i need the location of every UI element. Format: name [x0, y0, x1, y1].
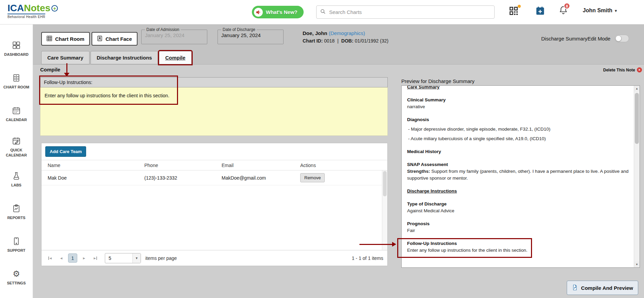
first-page-button[interactable]: ◂: [46, 254, 54, 263]
column-header-actions: Actions: [294, 163, 387, 168]
page-number-button[interactable]: 1: [68, 253, 77, 263]
sidebar-item-dashboard[interactable]: DASHBOARD: [0, 33, 33, 65]
add-care-team-button[interactable]: Add Care Team: [45, 146, 86, 157]
care-team-table-body: Mak Doe (123)-133-2332 MakDoe@gmail.com …: [42, 170, 387, 250]
chart-face-icon: [97, 36, 102, 42]
dashboard-icon: [12, 41, 21, 50]
icanotes-logo[interactable]: ICANotes + Behavioral Health EHR: [7, 3, 58, 19]
notification-count-badge: 8: [564, 3, 570, 9]
preview-care-summary-heading: Care Summary: [407, 86, 439, 89]
sidebar-label: LABS: [10, 183, 22, 187]
logo-text-ica: ICA: [7, 3, 24, 13]
date-of-discharge-label: Date of Discharge: [221, 27, 257, 32]
patient-info: Doe, John (Demographics) Chart ID: 0018 …: [303, 30, 388, 44]
tab-care-summary[interactable]: Care Summary: [41, 51, 90, 64]
whats-new-button[interactable]: What's New?: [252, 6, 304, 18]
toggle-knob: [615, 35, 622, 42]
date-of-discharge-field: Date of Discharge January 25, 2024: [218, 27, 284, 44]
chart-room-button-label: Chart Room: [55, 36, 84, 42]
preview-followup-heading: Follow-Up Instructions: [407, 240, 629, 247]
sidebar-item-support[interactable]: SUPPORT: [0, 229, 33, 261]
strengths-label: Strengths:: [407, 169, 430, 174]
logo-plus-icon: +: [51, 5, 58, 12]
chart-face-button-label: Chart Face: [106, 36, 132, 42]
preview-scrollbar[interactable]: ▲ ▼: [634, 86, 640, 267]
chevron-down-icon: ▾: [615, 8, 617, 13]
preview-content: Care Summary Clinical Summary narrative …: [402, 86, 634, 267]
edit-mode-toggle[interactable]: [615, 35, 629, 42]
notifications-bell-icon[interactable]: 8: [559, 5, 568, 16]
calendar-plus-icon[interactable]: [535, 6, 545, 17]
preview-strengths-text: Strengths: Support from my family (paren…: [407, 168, 629, 182]
sidebar-item-calendar[interactable]: CALENDAR: [0, 98, 33, 131]
qr-code-icon[interactable]: [508, 5, 520, 18]
preview-title: Preview for Discharge Summary: [401, 78, 474, 84]
demographics-link[interactable]: (Demographics): [329, 30, 365, 36]
preview-prognosis-heading: Prognosis: [407, 220, 629, 227]
preview-followup-text: Enter any follow up instructions for the…: [407, 247, 629, 254]
compile-and-preview-button[interactable]: Compile And Preview: [567, 281, 638, 295]
note-title: Discharge Summary: [541, 36, 587, 42]
table-scrollbar[interactable]: [382, 170, 387, 250]
preview-clinical-summary-text: narrative: [407, 103, 629, 110]
care-team-card: Add Care Team Name Phone Email Actions M…: [41, 143, 388, 266]
pager-range-label: 1 - 1 of 1 items: [352, 255, 383, 261]
search-charts-input[interactable]: [329, 9, 491, 15]
dob-label: DOB:: [341, 38, 354, 44]
app-header: ICANotes + Behavioral Health EHR What's …: [0, 0, 644, 24]
sidebar-item-settings[interactable]: ⚙ SETTINGS: [0, 261, 33, 294]
gear-icon: ⚙: [13, 269, 20, 278]
table-scrollbar-thumb[interactable]: [383, 171, 387, 196]
preview-diagnosis-item: - Acute miliary tuberculosis of a single…: [407, 135, 629, 142]
preview-scrollbar-thumb[interactable]: [635, 93, 639, 144]
delete-this-note-button[interactable]: Delete This Note ×: [603, 67, 642, 72]
icanotes-app: ICANotes + Behavioral Health EHR What's …: [0, 0, 644, 298]
edit-mode-control: Discharge SummaryEdit Mode: [541, 35, 629, 42]
column-header-email: Email: [215, 163, 294, 168]
page-size-value: 5: [109, 255, 111, 261]
scroll-down-arrow[interactable]: ▼: [634, 262, 640, 267]
delete-this-note-label: Delete This Note: [603, 68, 635, 72]
compile-and-preview-label: Compile And Preview: [581, 285, 633, 291]
tab-compile[interactable]: Compile: [159, 51, 191, 64]
last-page-button[interactable]: ▸: [91, 254, 100, 263]
sidebar-item-chart-room[interactable]: CHART ROOM: [0, 65, 33, 98]
chart-room-button[interactable]: Chart Room: [41, 32, 90, 46]
dropdown-arrow-icon: ▼: [132, 253, 141, 263]
chart-id-label: Chart ID:: [303, 38, 323, 44]
pagination-bar: ◂ ◂ 1 ▸ ▸ 5 ▼ items per page 1 - 1 of 1 …: [42, 250, 387, 266]
previous-page-button[interactable]: ◂: [57, 254, 66, 263]
page-size-select[interactable]: 5 ▼: [105, 253, 141, 263]
sidebar-item-quick-calendar[interactable]: QUICK CALENDAR: [0, 131, 33, 163]
chart-face-button[interactable]: Chart Face: [92, 32, 138, 46]
logo-text-notes: Notes: [24, 3, 50, 13]
preview-prognosis-text: Fair: [407, 227, 629, 234]
chart-room-icon: [12, 73, 21, 82]
remove-care-team-button[interactable]: Remove: [300, 173, 325, 182]
logo-wordmark: ICANotes +: [7, 3, 58, 13]
date-of-discharge-value[interactable]: January 25, 2024: [221, 32, 280, 38]
patient-name: Doe, John: [303, 30, 327, 36]
column-header-name: Name: [42, 163, 138, 168]
followup-instructions-header: Follow-Up Instructions:: [40, 77, 388, 87]
sidebar-item-labs[interactable]: LABS: [0, 163, 33, 196]
care-team-table-header: Name Phone Email Actions: [42, 160, 387, 170]
quick-calendar-icon: [12, 136, 21, 145]
whats-new-label: What's New?: [266, 9, 297, 15]
date-of-admission-value: January 25, 2024: [145, 32, 204, 38]
scroll-up-arrow[interactable]: ▲: [634, 86, 640, 92]
qr-badge-dot: [518, 5, 521, 8]
sidebar-label: CHART ROOM: [2, 85, 30, 89]
preview-type-of-discharge-text: Against Medical Advice: [407, 208, 629, 214]
next-page-button[interactable]: ▸: [80, 254, 88, 263]
tab-discharge-instructions[interactable]: Discharge Instructions: [91, 51, 158, 64]
user-menu[interactable]: John Smith ▾: [583, 7, 617, 14]
followup-instructions-textarea[interactable]: Enter any follow up instructions for the…: [40, 87, 388, 136]
sidebar-label: CALENDAR: [5, 117, 28, 122]
preview-clinical-summary-heading: Clinical Summary: [407, 97, 629, 103]
sidebar-label: REPORTS: [6, 215, 26, 220]
discharge-summary-preview: Care Summary Clinical Summary narrative …: [401, 85, 640, 268]
left-nav-sidebar: DASHBOARD CHART ROOM CALENDAR QUICK CALE…: [0, 24, 33, 298]
sidebar-label: QUICK CALENDAR: [0, 148, 33, 158]
sidebar-item-reports[interactable]: REPORTS: [0, 196, 33, 229]
